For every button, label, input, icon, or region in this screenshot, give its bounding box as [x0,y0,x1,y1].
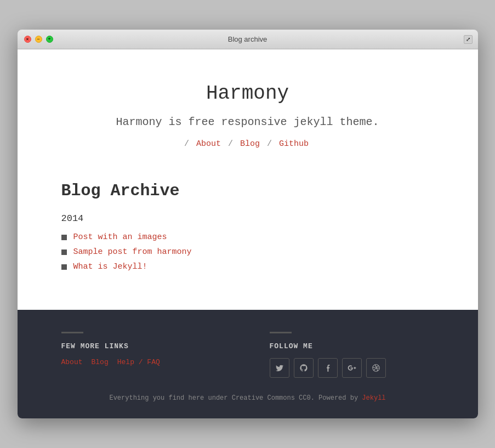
footer-social-column: FOLLOW ME [270,332,434,378]
footer-divider-social [270,332,292,333]
footer-bottom-text: Everything you find here under Creative … [109,394,362,402]
bullet-icon [61,235,67,240]
bullet-icon [61,249,67,255]
site-description: Harmony is free responsive jekyll theme. [61,116,434,128]
main-nav: / About / Blog / Github [61,139,434,149]
minimize-button[interactable]: − [35,36,42,43]
footer-columns: FEW MORE LINKS About Blog Help / FAQ FOL… [61,332,434,378]
blog-archive-heading: Blog Archive [61,182,434,200]
post-link-images[interactable]: Post with an images [73,232,167,242]
window-title: Blog archive [228,35,268,43]
site-title: Harmony [61,82,434,105]
social-icons [270,358,434,378]
content-area: Harmony Harmony is free responsive jekyl… [18,49,478,418]
nav-separator-2: / [228,139,233,149]
list-item: Sample post from harmony [61,247,434,257]
footer-follow-title: FOLLOW ME [270,342,434,350]
main-content: Harmony Harmony is free responsive jekyl… [18,49,478,310]
bullet-icon [61,264,67,270]
twitter-icon[interactable] [270,358,289,378]
maximize-button[interactable]: + [46,36,53,43]
post-link-harmony[interactable]: Sample post from harmony [73,247,192,257]
year-2014: 2014 [61,213,434,224]
github-icon[interactable] [294,358,314,378]
post-list: Post with an images Sample post from har… [61,232,434,271]
google-plus-icon[interactable] [342,358,362,378]
list-item: Post with an images [61,232,434,242]
footer-link-help[interactable]: Help / FAQ [117,358,160,366]
list-item: What is Jekyll! [61,262,434,271]
footer-divider-links [61,332,83,333]
jekyll-link[interactable]: Jekyll [362,394,385,402]
nav-link-github[interactable]: Github [279,139,309,149]
footer-link-about[interactable]: About [61,358,83,366]
footer: FEW MORE LINKS About Blog Help / FAQ FOL… [18,310,478,418]
nav-separator-3: / [267,139,272,149]
nav-link-about[interactable]: About [196,139,221,149]
footer-links-column: FEW MORE LINKS About Blog Help / FAQ [61,332,226,378]
traffic-lights: ✕ − + [24,36,53,43]
close-button[interactable]: ✕ [24,36,31,43]
dribbble-icon[interactable] [366,358,386,378]
nav-separator-1: / [184,139,189,149]
footer-bottom: Everything you find here under Creative … [61,394,434,402]
footer-links-title: FEW MORE LINKS [61,342,226,350]
titlebar: ✕ − + Blog archive ⤢ [18,30,478,49]
facebook-icon[interactable] [318,358,338,378]
footer-link-list: About Blog Help / FAQ [61,358,226,366]
footer-link-blog[interactable]: Blog [92,358,109,366]
post-link-jekyll[interactable]: What is Jekyll! [73,262,147,271]
nav-link-blog[interactable]: Blog [240,139,260,149]
browser-window: ✕ − + Blog archive ⤢ Harmony Harmony is … [18,30,478,418]
zoom-button[interactable]: ⤢ [464,35,473,44]
